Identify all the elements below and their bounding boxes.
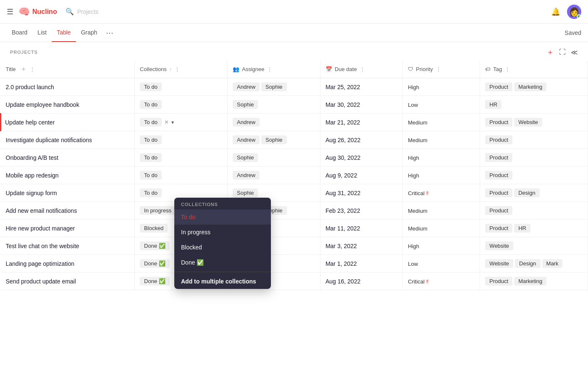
- collection-badge[interactable]: Blocked: [140, 224, 168, 233]
- critical-icon: ‼: [426, 279, 429, 285]
- table-wrapper: Title ＋ ⋮ Collections ↑ ⋮ 👥 Assigne: [0, 61, 588, 368]
- dropdown-item-todo[interactable]: To do: [174, 209, 271, 225]
- sort-up-icon[interactable]: ↑: [169, 66, 172, 72]
- assignee-chip[interactable]: Sophie: [233, 100, 258, 109]
- menu-icon[interactable]: ☰: [7, 7, 13, 16]
- search-bar[interactable]: 🔍 Projects: [66, 8, 551, 16]
- priority-value: Low: [408, 102, 418, 108]
- col-collections: Collections ↑ ⋮: [135, 61, 228, 78]
- collection-badge[interactable]: Done ✅: [140, 259, 170, 268]
- collection-chevron-icon[interactable]: ▾: [171, 119, 174, 125]
- tag-chip[interactable]: Website: [514, 118, 542, 127]
- avatar[interactable]: 👩: [567, 5, 581, 19]
- collection-badge[interactable]: Done ✅: [140, 277, 170, 286]
- tab-board[interactable]: Board: [7, 24, 32, 42]
- cell-due-date: Aug 30, 2022: [320, 149, 402, 167]
- projects-header: PROJECTS ＋ ⛶ ≪: [0, 42, 588, 61]
- priority-value: Medium: [408, 137, 427, 143]
- dropdown-item-inprogress[interactable]: In progress: [174, 225, 271, 240]
- col-due-date: 📅 Due date ⋮: [320, 61, 402, 78]
- add-column-icon[interactable]: ＋: [20, 65, 27, 74]
- tag-chip[interactable]: Website: [485, 259, 513, 268]
- col-assignee-menu[interactable]: ⋮: [267, 66, 273, 73]
- collection-badge[interactable]: Done ✅: [140, 241, 170, 250]
- tag-chip[interactable]: Marketing: [514, 82, 546, 91]
- dropdown-item-blocked[interactable]: Blocked: [174, 240, 271, 255]
- tab-list[interactable]: List: [32, 24, 52, 42]
- col-menu-icon[interactable]: ⋮: [29, 66, 35, 73]
- tab-table[interactable]: Table: [52, 24, 76, 42]
- title-text: Investigate duplicate notifications: [6, 137, 92, 143]
- cell-assignee: Andrew: [228, 114, 320, 131]
- assignee-chip[interactable]: Sophie: [233, 188, 258, 197]
- more-tabs-icon[interactable]: ⋯: [104, 28, 115, 37]
- col-due-date-menu[interactable]: ⋮: [360, 66, 365, 73]
- tab-graph[interactable]: Graph: [76, 24, 102, 42]
- collection-badge[interactable]: To do: [140, 118, 162, 127]
- col-tag-menu[interactable]: ⋮: [504, 66, 510, 73]
- assignee-chip[interactable]: Sophie: [261, 82, 286, 91]
- tag-chip[interactable]: HR: [485, 100, 501, 109]
- collapse-button[interactable]: ≪: [571, 48, 578, 56]
- assignee-chip[interactable]: Andrew: [233, 82, 260, 91]
- cell-priority: Medium: [403, 220, 480, 237]
- collection-remove-icon[interactable]: ✕: [164, 119, 169, 125]
- tag-chip[interactable]: Product: [485, 171, 512, 180]
- assignee-chip[interactable]: Andrew: [233, 135, 260, 144]
- cell-title: Investigate duplicate notifications ＋ ⋮: [1, 131, 135, 149]
- tag-chip[interactable]: Product: [485, 82, 512, 91]
- collection-badge[interactable]: To do: [140, 153, 162, 162]
- priority-value: High: [408, 155, 419, 161]
- due-date-value: Feb 23, 2022: [326, 207, 360, 214]
- col-collections-menu[interactable]: ⋮: [174, 66, 180, 73]
- saved-label: Saved: [564, 29, 581, 36]
- tag-chip[interactable]: Mark: [542, 259, 563, 268]
- tag-chip[interactable]: Product: [485, 206, 512, 215]
- tag-chip[interactable]: Product: [485, 224, 512, 233]
- cell-assignee: AndrewSophie: [228, 131, 320, 149]
- tag-chip[interactable]: Design: [514, 188, 539, 197]
- cell-due-date: Aug 26, 2022: [320, 131, 402, 149]
- due-date-icon: 📅: [326, 66, 332, 72]
- tag-chip[interactable]: Product: [485, 118, 512, 127]
- dropdown-item-done[interactable]: Done ✅: [174, 255, 271, 270]
- tag-chip[interactable]: HR: [514, 224, 530, 233]
- cell-tags: ProductWebsite: [480, 114, 588, 131]
- tag-chip[interactable]: Design: [515, 259, 540, 268]
- col-assignee: 👥 Assignee ⋮: [228, 61, 320, 78]
- tag-chip[interactable]: Marketing: [514, 277, 546, 286]
- priority-value: Low: [408, 261, 418, 267]
- add-field-button[interactable]: ＋: [546, 47, 554, 57]
- cell-title: Update employee handbook ＋ ⋮: [1, 96, 135, 114]
- col-priority-menu[interactable]: ⋮: [436, 66, 441, 73]
- collection-badge[interactable]: To do: [140, 171, 162, 180]
- assignee-chip[interactable]: Andrew: [233, 171, 260, 180]
- cell-title: Test live chat on the website ＋ ⋮: [1, 237, 135, 255]
- expand-button[interactable]: ⛶: [559, 48, 566, 56]
- collection-badge[interactable]: To do: [140, 135, 162, 144]
- cell-tags: ProductMarketing: [480, 273, 588, 290]
- tag-chip[interactable]: Website: [485, 241, 513, 250]
- priority-value: Critical ‼: [408, 278, 428, 285]
- collection-badge[interactable]: To do: [140, 100, 162, 109]
- view-tabs: Board List Table Graph ⋯ Saved: [0, 24, 588, 42]
- tag-chip[interactable]: Product: [485, 153, 512, 162]
- assignee-chip[interactable]: Sophie: [261, 135, 286, 144]
- assignee-chip[interactable]: Sophie: [233, 153, 258, 162]
- notification-icon[interactable]: 🔔: [551, 7, 560, 16]
- table-row: Send product update email ＋ ⋮ Done ✅Andr…: [1, 273, 588, 290]
- due-date-value: Aug 9, 2022: [326, 172, 357, 179]
- assignee-chip[interactable]: Andrew: [233, 118, 260, 127]
- tag-chip[interactable]: Product: [485, 188, 512, 197]
- cell-priority: Medium: [403, 202, 480, 220]
- due-date-value: Aug 31, 2022: [326, 190, 360, 196]
- dropdown-add-multiple[interactable]: Add to multiple collections: [174, 274, 271, 289]
- collection-badge[interactable]: To do: [140, 188, 162, 197]
- title-text: Update employee handbook: [6, 101, 79, 108]
- cell-priority: Low: [403, 96, 480, 114]
- tag-chip[interactable]: Product: [485, 135, 512, 144]
- collection-badge[interactable]: To do: [140, 82, 162, 91]
- collection-badge[interactable]: In progress: [140, 206, 176, 215]
- due-date-value: Mar 21, 2022: [326, 119, 360, 126]
- tag-chip[interactable]: Product: [485, 277, 512, 286]
